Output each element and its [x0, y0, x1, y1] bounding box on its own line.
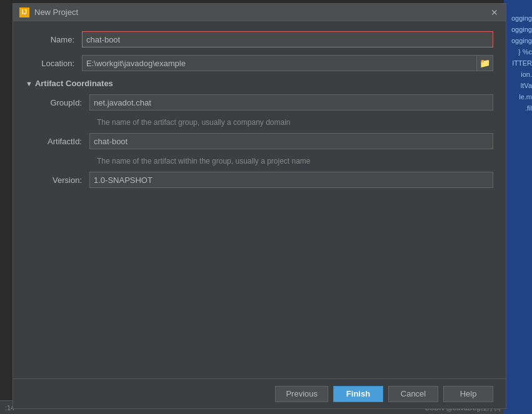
location-input-wrap: 📁 — [82, 55, 493, 71]
location-input[interactable] — [82, 55, 477, 71]
artifactid-input[interactable] — [89, 133, 493, 149]
browse-button[interactable]: 📁 — [477, 55, 493, 71]
log-line-6: ion. — [511, 69, 532, 80]
artifact-section-header[interactable]: ▼ Artifact Coordinates — [26, 79, 493, 88]
log-line-1: ogging — [511, 12, 532, 24]
location-row: Location: 📁 — [26, 55, 493, 71]
artifactid-label: ArtifactId: — [33, 137, 89, 146]
dialog-body: Name: Location: 📁 ▼ Artifact Coordinates… — [13, 21, 506, 378]
dialog-icon: IJ — [19, 7, 29, 17]
artifactid-hint: The name of the artifact within the grou… — [97, 157, 493, 165]
groupid-hint: The name of the artifact group, usually … — [97, 118, 493, 127]
help-button[interactable]: Help — [443, 386, 493, 402]
folder-icon: 📁 — [479, 58, 490, 68]
version-input[interactable] — [89, 172, 493, 188]
close-button[interactable]: ✕ — [489, 7, 499, 17]
section-collapse-arrow: ▼ — [26, 80, 33, 87]
right-panel: ogging ogging ogging } %c ITTER ion. ltV… — [504, 0, 532, 414]
name-row: Name: — [26, 31, 493, 47]
dialog-footer: Previous Finish Cancel Help — [13, 378, 506, 408]
location-label: Location: — [26, 59, 82, 68]
log-line-9: .fil — [511, 102, 532, 114]
version-label: Version: — [33, 175, 89, 185]
artifact-section-content: GroupId: The name of the artifact group,… — [26, 94, 493, 188]
version-row: Version: — [33, 172, 493, 188]
groupid-input[interactable] — [89, 94, 493, 111]
name-label: Name: — [26, 35, 82, 44]
log-line-4: } %c — [511, 46, 532, 57]
previous-button[interactable]: Previous — [275, 386, 328, 402]
groupid-row: GroupId: — [33, 94, 493, 111]
dialog-title: New Project — [34, 7, 489, 17]
log-line-5: ITTER — [511, 57, 532, 69]
name-input[interactable] — [82, 31, 493, 47]
new-project-dialog: IJ New Project ✕ Name: Location: 📁 ▼ Art… — [13, 3, 506, 409]
dialog-title-bar: IJ New Project ✕ — [13, 4, 506, 21]
finish-button[interactable]: Finish — [333, 386, 383, 402]
groupid-label: GroupId: — [33, 98, 89, 107]
cancel-button[interactable]: Cancel — [388, 386, 438, 402]
log-line-2: ogging — [511, 24, 532, 35]
section-title: Artifact Coordinates — [35, 79, 113, 88]
log-line-7: ltVa — [511, 80, 532, 91]
artifactid-row: ArtifactId: — [33, 133, 493, 149]
log-line-8: le.m — [511, 91, 532, 102]
log-line-3: ogging — [511, 35, 532, 46]
right-panel-logs: ogging ogging ogging } %c ITTER ion. ltV… — [511, 12, 532, 114]
